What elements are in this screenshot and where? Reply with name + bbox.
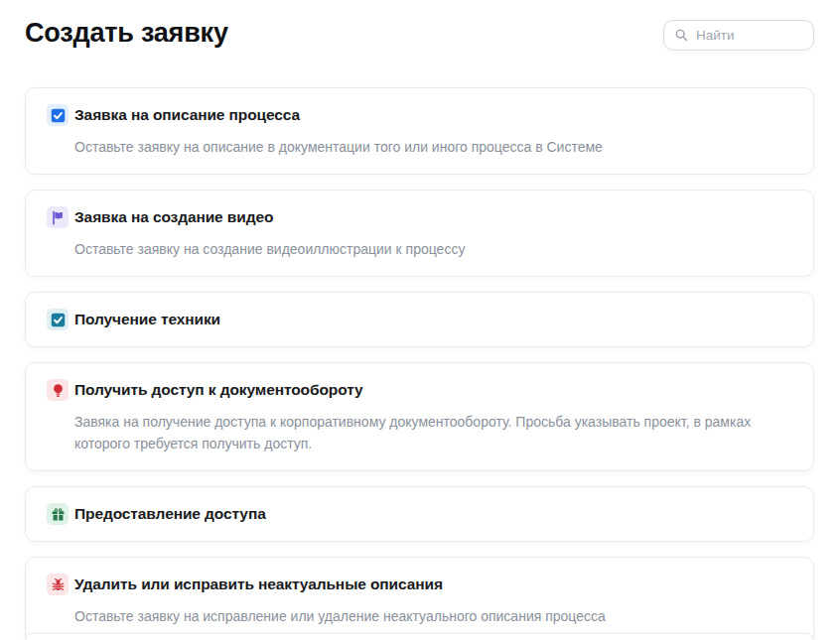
search-icon xyxy=(674,28,689,43)
check-square-icon xyxy=(47,104,69,126)
card-head: Заявка на создание видео xyxy=(47,206,789,228)
card-head: Предоставление доступа xyxy=(47,503,789,525)
card-description: Оставьте заявку на описание в документац… xyxy=(74,136,770,158)
flag-icon xyxy=(47,206,69,228)
page-header: Создать заявку xyxy=(25,18,814,51)
card-title: Получение техники xyxy=(74,310,220,329)
lightbulb-icon xyxy=(47,379,69,401)
list-item[interactable]: Получить доступ к документообороту Завяк… xyxy=(25,362,814,471)
search-box[interactable] xyxy=(663,20,814,51)
card-title: Получить доступ к документообороту xyxy=(74,380,363,400)
list-item[interactable]: Заявка на описание процесса Оставьте зая… xyxy=(25,87,814,175)
list-item[interactable]: Предоставление доступа xyxy=(25,486,814,542)
search-input[interactable] xyxy=(696,28,803,43)
card-description: Оставьте заявку на создание видеоиллюстр… xyxy=(74,238,770,260)
create-request-page: Создать заявку Заявка на описание процес… xyxy=(0,0,840,640)
card-title: Предоставление доступа xyxy=(74,504,266,524)
bug-icon xyxy=(47,574,69,595)
list-item[interactable]: Получение техники xyxy=(25,292,814,347)
page-title: Создать заявку xyxy=(25,18,228,49)
card-head: Получение техники xyxy=(47,309,789,330)
gift-icon xyxy=(47,503,69,525)
card-title: Заявка на создание видео xyxy=(74,207,273,227)
check-square-icon xyxy=(47,309,69,330)
list-item-partial[interactable] xyxy=(25,633,814,640)
card-head: Получить доступ к документообороту xyxy=(47,379,789,401)
card-description: Завяка на получение доступа к корпоратив… xyxy=(74,411,770,454)
list-item[interactable]: Удалить или исправить неактуальные описа… xyxy=(25,557,814,640)
card-head: Удалить или исправить неактуальные описа… xyxy=(47,574,789,595)
card-head: Заявка на описание процесса xyxy=(47,104,789,126)
card-description: Оставьте заявку на исправление или удале… xyxy=(74,605,770,627)
card-title: Заявка на описание процесса xyxy=(74,105,300,125)
card-title: Удалить или исправить неактуальные описа… xyxy=(74,575,443,594)
card-list: Заявка на описание процесса Оставьте зая… xyxy=(25,87,814,640)
list-item[interactable]: Заявка на создание видео Оставьте заявку… xyxy=(25,190,814,277)
